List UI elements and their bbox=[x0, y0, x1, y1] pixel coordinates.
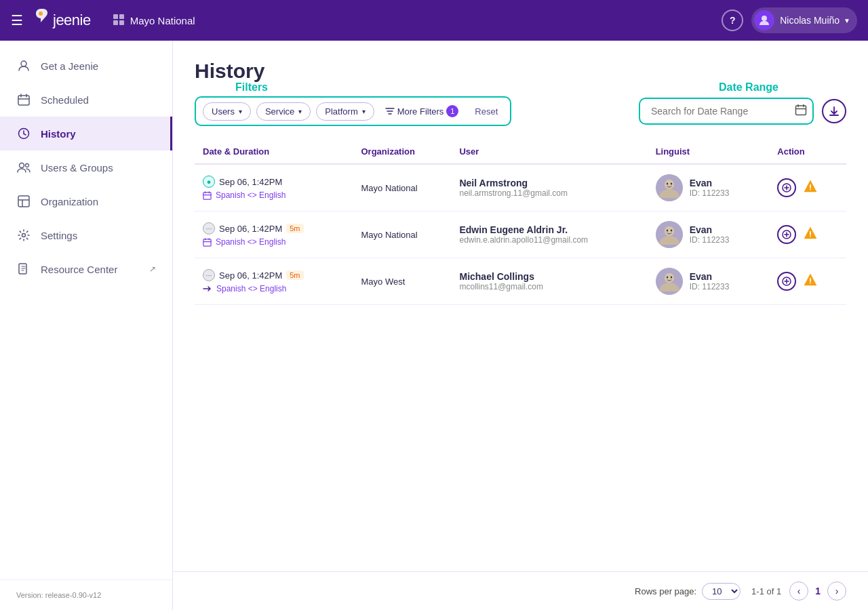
svg-rect-14 bbox=[796, 106, 806, 115]
sidebar: Get a Jeenie Scheduled H bbox=[0, 41, 173, 610]
users-filter-button[interactable]: Users ▾ bbox=[203, 102, 251, 121]
date-text: Sep 06, 1:42PM bbox=[219, 224, 282, 234]
lang-line: Spanish <> English bbox=[203, 237, 345, 247]
more-filters-label: More Filters bbox=[397, 106, 444, 117]
sidebar-item-history[interactable]: History bbox=[0, 117, 172, 150]
prev-page-button[interactable]: ‹ bbox=[789, 582, 808, 601]
logo: jeenie bbox=[31, 7, 91, 34]
svg-point-28 bbox=[670, 230, 671, 232]
sidebar-item-scheduled[interactable]: Scheduled bbox=[0, 83, 172, 117]
svg-point-37 bbox=[810, 282, 811, 283]
org-selector[interactable]: Mayo National bbox=[113, 14, 195, 28]
sidebar-item-label: History bbox=[41, 128, 76, 140]
svg-point-33 bbox=[665, 273, 674, 283]
user-menu[interactable]: Nicolas Muiño ▼ bbox=[751, 7, 857, 33]
table-wrapper: Date & Duration Organization User Lingui… bbox=[195, 140, 846, 571]
svg-point-27 bbox=[666, 230, 667, 232]
svg-point-12 bbox=[22, 234, 26, 237]
calendar-icon[interactable] bbox=[795, 104, 807, 119]
svg-point-20 bbox=[670, 183, 671, 185]
help-button[interactable]: ? bbox=[722, 9, 743, 31]
history-table: Date & Duration Organization User Lingui… bbox=[195, 140, 846, 305]
date-duration-cell: ● Sep 06, 1:42PM Spanish <> English bbox=[195, 164, 353, 211]
sidebar-version: Version: release-0.90-v12 bbox=[0, 580, 172, 610]
service-filter-button[interactable]: Service ▾ bbox=[256, 102, 311, 121]
date-line: ● Sep 06, 1:42PM bbox=[203, 176, 345, 188]
svg-rect-11 bbox=[18, 196, 29, 207]
svg-point-18 bbox=[665, 180, 674, 189]
linguist-avatar bbox=[656, 174, 683, 201]
sidebar-item-get-a-jeenie[interactable]: Get a Jeenie bbox=[0, 49, 172, 83]
main-content: History Filters Date Range Users ▾ Servi… bbox=[173, 41, 868, 610]
status-icon: ··· bbox=[203, 222, 215, 235]
add-action-button[interactable] bbox=[777, 178, 796, 197]
hamburger-menu-button[interactable]: ☰ bbox=[11, 12, 23, 28]
add-action-button[interactable] bbox=[777, 225, 796, 244]
status-icon: ··· bbox=[203, 269, 215, 281]
linguist-details: Evan ID: 112233 bbox=[690, 178, 730, 198]
sidebar-item-users-groups[interactable]: Users & Groups bbox=[0, 150, 172, 184]
warning-icon[interactable] bbox=[803, 226, 818, 244]
svg-point-22 bbox=[810, 188, 811, 190]
content-inner: History Filters Date Range Users ▾ Servi… bbox=[173, 41, 868, 571]
users-groups-icon bbox=[16, 160, 31, 175]
col-date-duration: Date & Duration bbox=[195, 140, 353, 164]
rows-per-page-select[interactable]: 10 25 50 bbox=[702, 583, 741, 600]
reset-button[interactable]: Reset bbox=[469, 103, 503, 120]
sidebar-nav: Get a Jeenie Scheduled H bbox=[0, 41, 172, 580]
service-filter-label: Service bbox=[265, 106, 294, 117]
sidebar-item-organization[interactable]: Organization bbox=[0, 184, 172, 218]
sidebar-item-settings[interactable]: Settings bbox=[0, 218, 172, 252]
user-cell: Michael Collings mcollins11@gmail.com bbox=[451, 258, 647, 305]
warning-icon[interactable] bbox=[803, 272, 818, 291]
svg-rect-4 bbox=[119, 20, 124, 25]
username-label: Nicolas Muiño bbox=[780, 15, 840, 26]
history-icon bbox=[16, 126, 31, 141]
organization-cell: Mayo West bbox=[353, 258, 452, 305]
table-row: ··· Sep 06, 1:42PM 5m Spanish <> English… bbox=[195, 211, 846, 258]
logo-icon bbox=[31, 7, 50, 34]
download-button[interactable] bbox=[822, 99, 846, 123]
action-cell bbox=[769, 258, 846, 305]
date-range-group bbox=[639, 98, 814, 125]
page-title: History bbox=[195, 60, 846, 83]
linguist-cell: Evan ID: 112233 bbox=[648, 164, 770, 211]
svg-point-10 bbox=[26, 164, 29, 167]
col-organization: Organization bbox=[353, 140, 452, 164]
linguist-info: Evan ID: 112233 bbox=[656, 174, 762, 201]
next-page-button[interactable]: › bbox=[827, 582, 846, 601]
avatar bbox=[754, 10, 774, 30]
warning-icon[interactable] bbox=[803, 179, 818, 197]
action-cell bbox=[769, 211, 846, 258]
date-text: Sep 06, 1:42PM bbox=[219, 270, 282, 281]
user-cell: Neil Armstrong neil.armstrong.11@gmail.c… bbox=[451, 164, 647, 211]
table-row: ● Sep 06, 1:42PM Spanish <> English Mayo… bbox=[195, 164, 846, 211]
col-action: Action bbox=[769, 140, 846, 164]
date-duration-cell: ··· Sep 06, 1:42PM 5m Spanish <> English bbox=[195, 258, 353, 305]
platform-filter-button[interactable]: Platform ▾ bbox=[316, 102, 374, 121]
date-range-input[interactable] bbox=[646, 102, 795, 121]
svg-point-0 bbox=[39, 12, 43, 16]
settings-icon bbox=[16, 228, 31, 243]
users-filter-chevron-icon: ▾ bbox=[239, 108, 242, 115]
duration-badge: 5m bbox=[286, 270, 303, 280]
more-filters-badge: 1 bbox=[446, 105, 458, 117]
linguist-details: Evan ID: 112233 bbox=[690, 271, 730, 291]
linguist-avatar bbox=[656, 268, 683, 295]
page-navigation: ‹ 1 › bbox=[789, 582, 846, 601]
lang-line: Spanish <> English bbox=[203, 284, 345, 293]
action-buttons bbox=[777, 178, 838, 197]
date-line: ··· Sep 06, 1:42PM 5m bbox=[203, 269, 345, 281]
user-name: Neil Armstrong bbox=[459, 178, 639, 188]
svg-rect-3 bbox=[113, 20, 118, 25]
get-a-jeenie-icon bbox=[16, 58, 31, 73]
external-link-icon: ↗ bbox=[149, 264, 156, 274]
date-text: Sep 06, 1:42PM bbox=[219, 177, 282, 187]
add-action-button[interactable] bbox=[777, 272, 796, 291]
rows-per-page-label: Rows per page: bbox=[635, 586, 696, 596]
sidebar-item-label: Resource Center bbox=[41, 264, 117, 275]
svg-point-35 bbox=[670, 277, 671, 279]
sidebar-item-label: Settings bbox=[41, 230, 77, 241]
sidebar-item-resource-center[interactable]: Resource Center ↗ bbox=[0, 252, 172, 286]
more-filters-button[interactable]: More Filters 1 bbox=[380, 102, 465, 121]
